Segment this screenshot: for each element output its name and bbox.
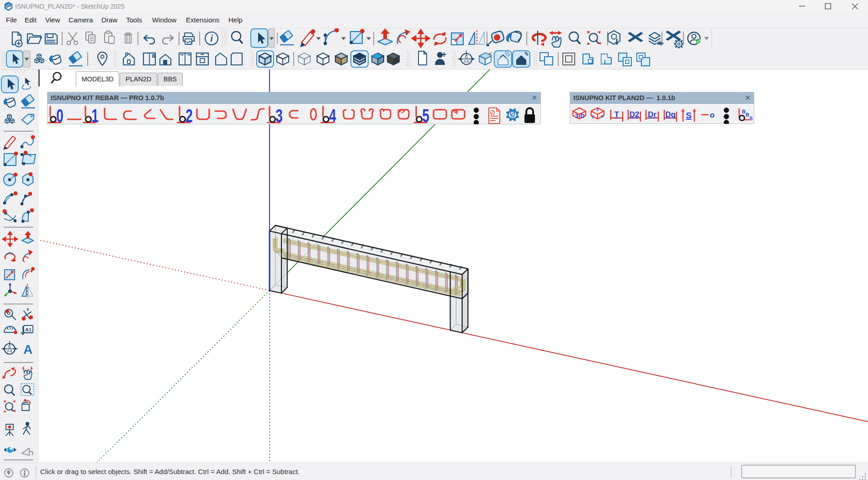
svg-text:T: T: [614, 110, 619, 119]
svg-text:x: x: [601, 114, 603, 118]
svg-text:A1: A1: [25, 327, 32, 332]
svg-text:S: S: [686, 111, 692, 120]
svg-text:Dg: Dg: [665, 110, 676, 119]
svg-text:3: 3: [575, 112, 578, 119]
svg-text:D2: D2: [630, 110, 640, 119]
svg-text:i: i: [210, 33, 213, 43]
svg-text:C: C: [8, 344, 11, 349]
svg-text:A-B: A-B: [464, 60, 469, 63]
svg-text:y: y: [592, 114, 594, 118]
svg-text:C: C: [465, 54, 468, 59]
svg-text:4: 4: [329, 106, 336, 124]
svg-text:3: 3: [26, 307, 29, 312]
svg-text:2: 2: [185, 106, 193, 124]
svg-text:z: z: [597, 107, 599, 112]
svg-text:1: 1: [91, 106, 99, 124]
svg-text:o: o: [710, 111, 715, 119]
svg-text:A-B: A-B: [7, 349, 12, 352]
svg-text:Dr: Dr: [648, 110, 656, 119]
svg-text:0: 0: [56, 106, 64, 124]
svg-text:5: 5: [422, 106, 429, 124]
svg-text:D: D: [580, 112, 584, 119]
svg-text:S: S: [749, 116, 752, 121]
svg-text:A: A: [23, 342, 32, 357]
svg-text:3: 3: [275, 106, 283, 124]
svg-text:B: B: [742, 109, 746, 114]
svg-text:B: B: [746, 112, 749, 117]
